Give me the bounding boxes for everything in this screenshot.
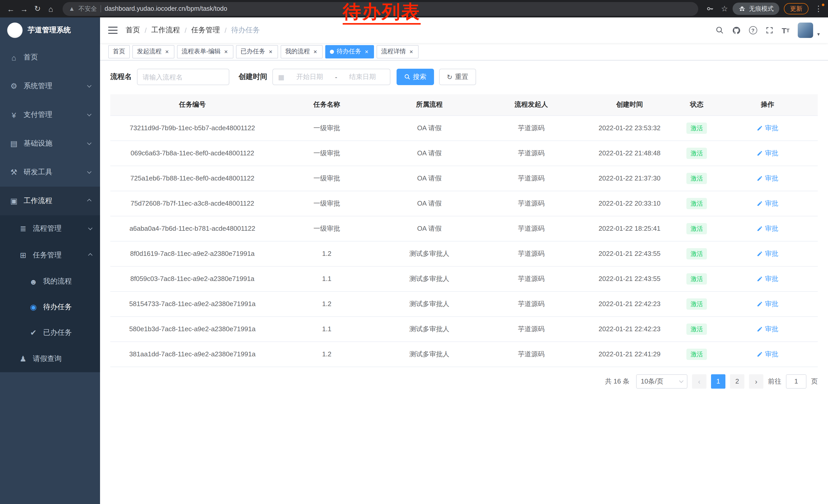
approve-link[interactable]: 审批 (757, 274, 778, 283)
approve-link[interactable]: 审批 (757, 174, 778, 183)
table-row: 73211d9d-7b9b-11ec-b5b7-acde48001122一级审批… (110, 116, 818, 140)
sidebar-item-system[interactable]: ⚙ 系统管理 (0, 72, 100, 100)
tab[interactable]: 流程表单-编辑× (177, 45, 234, 58)
task-id-cell: 580e1b3d-7ac8-11ec-a9e2-a2380e71991a (110, 316, 275, 341)
sidebar-item-leave-query[interactable]: ♟ 请假查询 (0, 346, 100, 372)
close-icon[interactable]: × (313, 48, 318, 55)
caret-down-icon[interactable]: ▾ (817, 31, 820, 38)
font-size-icon[interactable]: TT (782, 26, 790, 35)
close-icon[interactable]: × (164, 48, 170, 55)
reload-icon[interactable]: ↻ (31, 2, 44, 15)
status-cell: 激活 (676, 316, 717, 341)
pagination-next-button[interactable]: › (749, 374, 763, 388)
browser-menu-icon[interactable]: ⋮ (813, 4, 824, 13)
chevron-up-icon (88, 253, 93, 258)
sidebar: 芋道管理系统 ⌂ 首页 ⚙ 系统管理 ¥ 支付管理 ▤ 基础设施 (0, 17, 100, 504)
created-time-cell: 2022-01-21 22:43:55 (583, 241, 676, 266)
task-name-cell: 1.1 (275, 316, 379, 341)
sidebar-item-todo-task[interactable]: ◉ 待办任务 (0, 294, 100, 320)
created-time-cell: 2022-01-22 20:33:10 (583, 191, 676, 216)
process-name-input[interactable] (137, 69, 229, 85)
search-button[interactable]: 搜索 (397, 69, 434, 85)
sidebar-item-workflow[interactable]: ▣ 工作流程 (0, 187, 100, 215)
github-icon[interactable] (732, 26, 741, 35)
dashboard-icon: ⌂ (9, 53, 18, 62)
column-header: 所属流程 (379, 94, 480, 116)
approve-link[interactable]: 审批 (757, 199, 778, 208)
app-window: 待办列表 ← → ↻ ⌂ ▲ 不安全 dashboard.yudao.iocod… (0, 0, 828, 504)
breadcrumb-separator: / (185, 26, 187, 34)
tab-label: 首页 (113, 47, 125, 56)
tab[interactable]: 我的流程× (281, 45, 323, 58)
payment-icon: ¥ (9, 110, 18, 119)
sidebar-collapse-icon[interactable] (108, 27, 118, 34)
approve-link[interactable]: 审批 (757, 324, 778, 333)
url-text[interactable]: dashboard.yudao.iocoder.cn/bpm/task/todo (105, 5, 227, 12)
update-button[interactable]: 更新 (784, 3, 809, 14)
sidebar-item-task-management[interactable]: ⊞ 任务管理 (0, 242, 100, 269)
breadcrumb-current: 待办任务 (231, 26, 260, 35)
reset-button[interactable]: ↻ 重置 (439, 69, 476, 85)
starter-cell: 芋道源码 (480, 316, 583, 341)
page-size-select[interactable]: 10条/页 (636, 374, 688, 388)
approve-link[interactable]: 审批 (757, 249, 778, 258)
tab[interactable]: 待办任务× (325, 45, 374, 58)
sidebar-item-payment[interactable]: ¥ 支付管理 (0, 100, 100, 129)
column-header: 状态 (676, 94, 717, 116)
fullscreen-icon[interactable] (765, 26, 773, 34)
task-id-cell: 73211d9d-7b9b-11ec-b5b7-acde48001122 (110, 116, 275, 140)
security-label[interactable]: 不安全 (79, 4, 97, 13)
search-icon (404, 74, 410, 80)
sidebar-item-devtools[interactable]: ⚒ 研发工具 (0, 158, 100, 187)
breadcrumb-item[interactable]: 首页 (126, 26, 140, 35)
help-icon[interactable]: ? (749, 26, 757, 34)
approve-link[interactable]: 审批 (757, 224, 778, 233)
approve-link[interactable]: 审批 (757, 299, 778, 308)
table-row: 381aa1dd-7ac8-11ec-a9e2-a2380e71991a1.2测… (110, 341, 818, 367)
tab-label: 流程详情 (381, 47, 406, 56)
approve-link[interactable]: 审批 (757, 350, 778, 359)
tab[interactable]: 发起流程× (132, 45, 174, 58)
tab-label: 待办任务 (336, 47, 361, 56)
approve-link[interactable]: 审批 (757, 148, 778, 158)
pagination-prev-button[interactable]: ‹ (692, 374, 706, 388)
date-range-picker[interactable]: ▦ 开始日期 - 结束日期 (273, 69, 390, 85)
sidebar-item-process-management[interactable]: ≣ 流程管理 (0, 215, 100, 242)
page-button-2[interactable]: 2 (730, 374, 744, 388)
page-jump-input[interactable] (786, 374, 806, 388)
forward-icon[interactable]: → (17, 2, 31, 15)
task-name-cell: 一级审批 (275, 166, 379, 191)
close-icon[interactable]: × (364, 48, 369, 55)
key-icon[interactable] (703, 2, 716, 15)
tab[interactable]: 已办任务× (236, 45, 278, 58)
close-icon[interactable]: × (223, 48, 229, 55)
sidebar-item-infrastructure[interactable]: ▤ 基础设施 (0, 129, 100, 158)
sidebar-item-my-process[interactable]: ☻ 我的流程 (0, 269, 100, 294)
page-button-1[interactable]: 1 (711, 374, 726, 388)
home-icon[interactable]: ⌂ (44, 2, 57, 15)
chevron-down-icon (87, 170, 92, 174)
avatar[interactable] (798, 22, 813, 38)
tab[interactable]: 流程详情× (377, 45, 419, 58)
edit-icon (757, 301, 763, 307)
search-icon[interactable] (715, 26, 723, 34)
approve-link[interactable]: 审批 (757, 123, 778, 133)
breadcrumb-item[interactable]: 工作流程 (151, 26, 180, 35)
close-icon[interactable]: × (268, 48, 274, 55)
chevron-down-icon (679, 378, 684, 383)
back-icon[interactable]: ← (4, 2, 17, 15)
edit-icon (757, 276, 763, 282)
close-icon[interactable]: × (408, 48, 414, 55)
bookmark-star-icon[interactable]: ☆ (721, 4, 728, 13)
edit-icon (757, 250, 763, 257)
breadcrumb-item[interactable]: 任务管理 (191, 26, 220, 35)
task-id-cell: a6aba0a4-7b6d-11ec-b781-acde48001122 (110, 216, 275, 241)
tab[interactable]: 首页 (108, 45, 130, 58)
column-header: 操作 (717, 94, 818, 116)
sidebar-item-done-task[interactable]: ✔ 已办任务 (0, 320, 100, 346)
sidebar-item-home[interactable]: ⌂ 首页 (0, 43, 100, 72)
workflow-icon: ▣ (9, 196, 18, 205)
table-row: a6aba0a4-7b6d-11ec-b781-acde48001122一级审批… (110, 216, 818, 241)
approve-label: 审批 (765, 148, 778, 158)
app-logo[interactable]: 芋道管理系统 (0, 17, 100, 43)
